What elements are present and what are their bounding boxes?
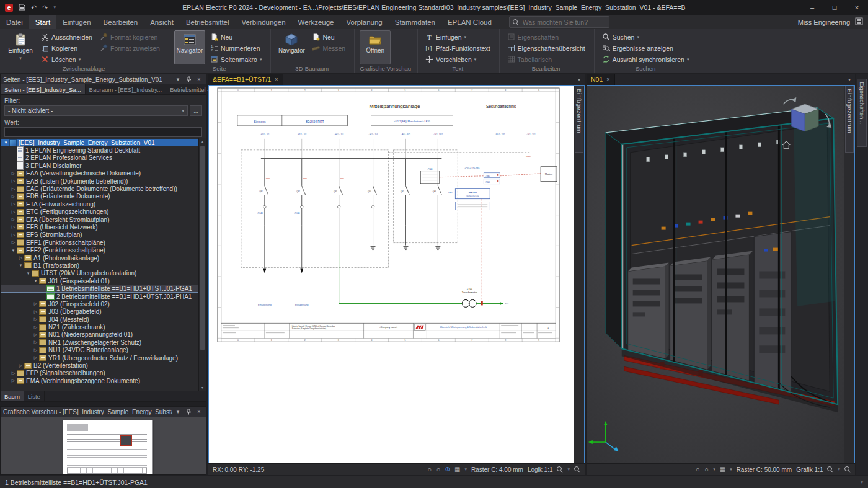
search-button[interactable]: Suchen ▾ [600, 32, 692, 42]
tree-item[interactable]: ▾B1 (Trafostation) [1, 262, 198, 269]
menu-vorplanung[interactable]: Vorplanung [340, 15, 389, 29]
expander-icon[interactable]: ▷ [10, 194, 17, 199]
view-tab-1[interactable]: Liste [24, 391, 45, 401]
view-tab-0[interactable]: Baum [1, 391, 24, 401]
tree-item[interactable]: ▷NR1 (Zwischengelagerter Schutz) [1, 339, 198, 346]
tree-item[interactable]: 3 EPLAN Disclaimer [1, 162, 198, 169]
preview-pin-icon[interactable] [184, 409, 193, 415]
menu-verbindungen[interactable]: Verbindungen [236, 15, 292, 29]
menu-werkzeuge[interactable]: Werkzeuge [292, 15, 340, 29]
zoom-icon[interactable] [827, 466, 833, 472]
tree-item[interactable]: ▷B2 (Verteilerstation) [1, 362, 198, 369]
zoom-caret-icon[interactable]: ▾ [567, 467, 570, 472]
tree-item[interactable]: ▷EAC (Erläuternde Dokumente (Dokumente b… [1, 185, 198, 192]
tree-item[interactable]: ▷A1 (Photovoltaikanlage) [1, 254, 198, 262]
expander-icon[interactable]: ▷ [17, 363, 24, 368]
statusbar-caret-icon[interactable]: ▾ [861, 480, 863, 485]
tree-item[interactable]: ▷J02 (Einspeisefeld 02) [1, 300, 198, 308]
tree-item[interactable]: ▷EFF1 (Funktionsschaltpläne) [1, 239, 198, 246]
expander-icon[interactable]: ▷ [10, 371, 17, 376]
tree-item[interactable]: ▾ÜTST (20kV Übergabetrafostation) [1, 270, 198, 277]
redo-icon[interactable]: ↷ [42, 4, 48, 11]
tab-3d-space[interactable]: N01 × [587, 74, 615, 85]
quick-access-caret-icon[interactable]: ▾ [53, 5, 56, 10]
dock-tab-0[interactable]: Seiten - [EES]_Industry_Sa... [1, 84, 86, 94]
tree-item[interactable]: ▾J01 (Einspeisefeld 01) [1, 277, 198, 285]
menu-eplan-cloud[interactable]: EPLAN Cloud [441, 15, 498, 29]
expander-icon[interactable]: ▾ [2, 140, 9, 145]
expander-icon[interactable]: ▷ [32, 309, 39, 314]
snap-icon[interactable]: ⊕ [445, 466, 450, 472]
expander-icon[interactable]: ▷ [32, 348, 39, 353]
tree-item[interactable]: 2 Betriebsmittelliste ==B1=HD1+ÜTST.J01-… [1, 293, 198, 300]
tree-scrollbar[interactable]: ▴ ▾ [198, 138, 206, 391]
preview-close-icon[interactable]: × [195, 409, 203, 415]
properties-tab[interactable]: Eigenschaften... [857, 79, 867, 147]
tree-item[interactable]: ▷N01 (Niederspannungsfeld 01) [1, 331, 198, 339]
preview-thumbnail[interactable] [63, 420, 153, 474]
preview-menu-caret-icon[interactable]: ▾ [174, 409, 182, 415]
tab-schematic-page[interactable]: &EFA==B1+ÜTST/1 × [208, 74, 283, 85]
zoom-caret-icon[interactable]: ▾ [838, 467, 840, 472]
tree-item[interactable]: ▷EFA (Übersicht Stromlaufplan) [1, 216, 198, 223]
scroll-thumb[interactable] [200, 146, 205, 350]
expander-icon[interactable]: ▷ [10, 378, 17, 383]
expander-icon[interactable]: ▷ [10, 210, 17, 215]
expander-icon[interactable]: ▷ [10, 240, 17, 245]
properties-button[interactable]: Eigenschaften [505, 32, 588, 42]
logic-toggle-icon[interactable]: ∩ [427, 466, 432, 472]
text-move-button[interactable]: Verschieben ▾ [423, 54, 493, 64]
scroll-up-icon[interactable]: ▴ [202, 138, 203, 144]
preview-open-button[interactable]: Öffnen [360, 30, 391, 64]
filter-more-button[interactable]: ... [190, 105, 202, 116]
space3d-navigator-button[interactable]: Navigator [276, 30, 307, 64]
property-overview-button[interactable]: Eigenschaftenübersicht [505, 43, 588, 53]
wert-input[interactable] [4, 127, 202, 137]
delete-button[interactable]: Löschen ▾ [38, 54, 95, 64]
tree-item[interactable]: ▾EFF2 (Funktionsschaltpläne) [1, 246, 198, 254]
tree-item[interactable]: ▷YR1 (Übergeordneter Schutz / Fernwirkan… [1, 354, 198, 362]
expander-icon[interactable]: ▷ [10, 217, 17, 222]
scroll-down-icon[interactable]: ▾ [202, 384, 203, 391]
text-insert-button[interactable]: T Einfügen ▾ [423, 32, 493, 42]
sync-selection-button[interactable]: Auswahl synchronisieren ▾ [600, 54, 692, 64]
panel-menu-caret-icon[interactable]: ▾ [174, 76, 182, 82]
measure-button[interactable]: Messen [309, 43, 348, 53]
expander-icon[interactable]: ▷ [32, 355, 39, 360]
tab-list-caret-icon[interactable]: ▾ [574, 77, 585, 82]
format-copy-button[interactable]: Format kopieren [97, 32, 162, 42]
logic-toggle2-icon[interactable]: ∩ [704, 466, 709, 472]
expander-icon[interactable]: ▷ [10, 224, 17, 229]
tree-item[interactable]: 1 Betriebsmittelliste ==B1=HD1+ÜTST.J01-… [1, 285, 198, 292]
filter-combobox[interactable]: - Nicht aktiviert - ▾ [4, 105, 188, 116]
expander-icon[interactable]: ▾ [10, 248, 17, 253]
menu-betriebsmittel[interactable]: Betriebsmittel [180, 15, 236, 29]
expander-icon[interactable]: ▷ [32, 301, 39, 306]
tree-item[interactable]: 1 EPLAN Engineering Standard Deckblatt [1, 146, 198, 154]
tree-item[interactable]: ▷EAA (Verwaltungstechnische Dokumente) [1, 170, 198, 177]
preview-content[interactable] [1, 417, 206, 474]
expander-icon[interactable]: ▷ [10, 202, 17, 206]
schematic-canvas[interactable]: 00112233445566778899 Mittelspannungsanla… [209, 86, 574, 463]
minimize-button[interactable]: – [801, 0, 823, 15]
tree-item[interactable]: 2 EPLAN Professional Services [1, 154, 198, 162]
viewer-3d-canvas[interactable] [587, 86, 844, 463]
expander-icon[interactable]: ▷ [10, 187, 17, 192]
page-macro-button[interactable]: Seitenmakro ▾ [208, 54, 264, 64]
logic-toggle2-icon[interactable]: ∩ [436, 466, 440, 472]
tabular-button[interactable]: Tabellarisch [505, 54, 588, 64]
expander-icon[interactable]: ▷ [10, 233, 17, 237]
zoom-window-icon[interactable] [844, 466, 851, 472]
panel-close-icon[interactable]: × [195, 76, 203, 82]
zoom-window-icon[interactable] [574, 466, 580, 472]
path-function-text-button[interactable]: [T] Pfad-Funktionstext [423, 43, 493, 53]
search-box[interactable] [509, 16, 609, 28]
tree-item[interactable]: ▷NZ1 (Zählerschrank) [1, 323, 198, 331]
tree-item[interactable]: ▷J04 (Messfeld) [1, 316, 198, 323]
menu-stammdaten[interactable]: Stammdaten [389, 15, 441, 29]
search-input[interactable] [521, 18, 606, 27]
undo-icon[interactable]: ↶ [31, 4, 37, 11]
menu-einfügen[interactable]: Einfügen [56, 15, 97, 29]
insert-center-tab[interactable]: Einfügezentrum [575, 86, 583, 153]
mode-caret-icon[interactable]: ▾ [713, 467, 715, 472]
